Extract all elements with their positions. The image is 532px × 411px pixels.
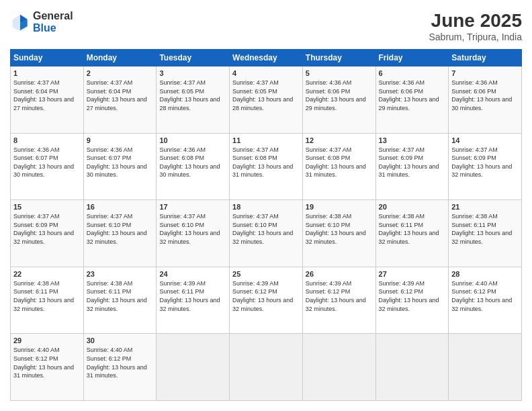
- day-cell: 10Sunrise: 4:36 AMSunset: 6:08 PMDayligh…: [157, 133, 230, 200]
- day-cell: 18Sunrise: 4:37 AMSunset: 6:10 PMDayligh…: [230, 200, 303, 267]
- day-cell: 16Sunrise: 4:37 AMSunset: 6:10 PMDayligh…: [83, 200, 157, 267]
- week-row-2: 8Sunrise: 4:36 AMSunset: 6:07 PMDaylight…: [11, 133, 522, 200]
- day-cell: 8Sunrise: 4:36 AMSunset: 6:07 PMDaylight…: [11, 133, 84, 200]
- day-number: 9: [87, 136, 154, 144]
- col-wednesday: Wednesday: [230, 50, 303, 66]
- day-number: 13: [379, 136, 446, 144]
- day-cell: [157, 334, 230, 401]
- calendar-body: 1Sunrise: 4:37 AMSunset: 6:04 PMDaylight…: [11, 66, 522, 401]
- week-row-3: 15Sunrise: 4:37 AMSunset: 6:09 PMDayligh…: [11, 200, 522, 267]
- day-info: Sunrise: 4:37 AMSunset: 6:09 PMDaylight:…: [451, 146, 519, 179]
- day-cell: 19Sunrise: 4:38 AMSunset: 6:10 PMDayligh…: [302, 200, 375, 267]
- day-info: Sunrise: 4:37 AMSunset: 6:09 PMDaylight:…: [379, 146, 446, 179]
- day-cell: 1Sunrise: 4:37 AMSunset: 6:04 PMDaylight…: [11, 66, 84, 134]
- day-number: 2: [87, 69, 154, 77]
- col-monday: Monday: [83, 50, 157, 66]
- day-cell: 28Sunrise: 4:40 AMSunset: 6:12 PMDayligh…: [449, 267, 522, 334]
- day-number: 28: [451, 270, 519, 278]
- day-number: 15: [13, 203, 81, 211]
- day-info: Sunrise: 4:39 AMSunset: 6:12 PMDaylight:…: [306, 279, 373, 313]
- day-cell: 13Sunrise: 4:37 AMSunset: 6:09 PMDayligh…: [375, 133, 449, 200]
- day-cell: 12Sunrise: 4:37 AMSunset: 6:08 PMDayligh…: [302, 133, 375, 200]
- location: Sabrum, Tripura, India: [429, 32, 522, 42]
- day-info: Sunrise: 4:37 AMSunset: 6:10 PMDaylight:…: [159, 212, 226, 246]
- day-info: Sunrise: 4:36 AMSunset: 6:06 PMDaylight:…: [306, 79, 373, 112]
- day-info: Sunrise: 4:39 AMSunset: 6:12 PMDaylight:…: [379, 279, 446, 313]
- day-cell: 22Sunrise: 4:38 AMSunset: 6:11 PMDayligh…: [11, 267, 84, 334]
- day-cell: [449, 334, 522, 401]
- logo-blue-text: Blue: [33, 22, 73, 34]
- day-info: Sunrise: 4:37 AMSunset: 6:08 PMDaylight:…: [306, 146, 373, 179]
- day-number: 22: [13, 270, 81, 278]
- title-block: June 2025 Sabrum, Tripura, India: [429, 10, 522, 42]
- day-cell: 26Sunrise: 4:39 AMSunset: 6:12 PMDayligh…: [302, 267, 375, 334]
- day-info: Sunrise: 4:36 AMSunset: 6:06 PMDaylight:…: [451, 79, 519, 112]
- day-number: 17: [159, 203, 226, 211]
- day-info: Sunrise: 4:37 AMSunset: 6:05 PMDaylight:…: [159, 79, 226, 112]
- day-cell: 29Sunrise: 4:40 AMSunset: 6:12 PMDayligh…: [11, 334, 84, 401]
- day-info: Sunrise: 4:40 AMSunset: 6:12 PMDaylight:…: [87, 346, 154, 379]
- col-tuesday: Tuesday: [157, 50, 230, 66]
- header-row: Sunday Monday Tuesday Wednesday Thursday…: [11, 50, 522, 66]
- day-info: Sunrise: 4:38 AMSunset: 6:10 PMDaylight:…: [306, 212, 373, 246]
- week-row-4: 22Sunrise: 4:38 AMSunset: 6:11 PMDayligh…: [11, 267, 522, 334]
- week-row-1: 1Sunrise: 4:37 AMSunset: 6:04 PMDaylight…: [11, 66, 522, 134]
- day-cell: [375, 334, 449, 401]
- day-info: Sunrise: 4:39 AMSunset: 6:12 PMDaylight:…: [232, 279, 300, 313]
- day-number: 7: [451, 69, 519, 77]
- day-cell: 6Sunrise: 4:36 AMSunset: 6:06 PMDaylight…: [375, 66, 449, 134]
- header: General Blue June 2025 Sabrum, Tripura, …: [10, 10, 522, 42]
- col-friday: Friday: [375, 50, 449, 66]
- day-info: Sunrise: 4:38 AMSunset: 6:11 PMDaylight:…: [87, 279, 154, 313]
- col-saturday: Saturday: [449, 50, 522, 66]
- day-number: 8: [13, 136, 81, 144]
- day-cell: 3Sunrise: 4:37 AMSunset: 6:05 PMDaylight…: [157, 66, 230, 134]
- day-cell: 9Sunrise: 4:36 AMSunset: 6:07 PMDaylight…: [83, 133, 157, 200]
- day-cell: 2Sunrise: 4:37 AMSunset: 6:04 PMDaylight…: [83, 66, 157, 134]
- day-number: 20: [379, 203, 446, 211]
- day-number: 16: [87, 203, 154, 211]
- day-info: Sunrise: 4:36 AMSunset: 6:07 PMDaylight:…: [87, 146, 154, 179]
- day-number: 14: [451, 136, 519, 144]
- day-number: 30: [87, 336, 154, 345]
- logo-icon: [10, 12, 30, 32]
- day-info: Sunrise: 4:40 AMSunset: 6:12 PMDaylight:…: [13, 346, 81, 379]
- day-number: 24: [159, 270, 226, 278]
- day-info: Sunrise: 4:36 AMSunset: 6:08 PMDaylight:…: [159, 146, 226, 179]
- day-cell: 30Sunrise: 4:40 AMSunset: 6:12 PMDayligh…: [83, 334, 157, 401]
- day-number: 21: [451, 203, 519, 211]
- day-cell: 17Sunrise: 4:37 AMSunset: 6:10 PMDayligh…: [157, 200, 230, 267]
- day-cell: 20Sunrise: 4:38 AMSunset: 6:11 PMDayligh…: [375, 200, 449, 267]
- day-number: 12: [306, 136, 373, 144]
- day-number: 6: [379, 69, 446, 77]
- day-info: Sunrise: 4:37 AMSunset: 6:09 PMDaylight:…: [13, 212, 81, 246]
- day-info: Sunrise: 4:38 AMSunset: 6:11 PMDaylight:…: [451, 212, 519, 246]
- day-info: Sunrise: 4:36 AMSunset: 6:07 PMDaylight:…: [13, 146, 81, 179]
- day-number: 26: [306, 270, 373, 278]
- day-number: 4: [232, 69, 300, 77]
- day-info: Sunrise: 4:38 AMSunset: 6:11 PMDaylight:…: [13, 279, 81, 313]
- day-number: 18: [232, 203, 300, 211]
- page: General Blue June 2025 Sabrum, Tripura, …: [0, 0, 532, 411]
- col-thursday: Thursday: [302, 50, 375, 66]
- day-number: 19: [306, 203, 373, 211]
- day-cell: 5Sunrise: 4:36 AMSunset: 6:06 PMDaylight…: [302, 66, 375, 134]
- day-cell: 11Sunrise: 4:37 AMSunset: 6:08 PMDayligh…: [230, 133, 303, 200]
- month-title: June 2025: [429, 10, 522, 32]
- day-number: 1: [13, 69, 81, 77]
- day-cell: 25Sunrise: 4:39 AMSunset: 6:12 PMDayligh…: [230, 267, 303, 334]
- day-number: 25: [232, 270, 300, 278]
- day-info: Sunrise: 4:37 AMSunset: 6:05 PMDaylight:…: [232, 79, 300, 112]
- day-number: 29: [13, 336, 81, 345]
- logo-general-text: General: [33, 10, 73, 22]
- day-cell: 24Sunrise: 4:39 AMSunset: 6:11 PMDayligh…: [157, 267, 230, 334]
- calendar-header: Sunday Monday Tuesday Wednesday Thursday…: [11, 50, 522, 66]
- day-info: Sunrise: 4:38 AMSunset: 6:11 PMDaylight:…: [379, 212, 446, 246]
- day-info: Sunrise: 4:37 AMSunset: 6:04 PMDaylight:…: [13, 79, 81, 112]
- day-cell: [230, 334, 303, 401]
- day-cell: 14Sunrise: 4:37 AMSunset: 6:09 PMDayligh…: [449, 133, 522, 200]
- logo: General Blue: [10, 10, 73, 34]
- day-info: Sunrise: 4:39 AMSunset: 6:11 PMDaylight:…: [159, 279, 226, 313]
- day-cell: 23Sunrise: 4:38 AMSunset: 6:11 PMDayligh…: [83, 267, 157, 334]
- calendar-table: Sunday Monday Tuesday Wednesday Thursday…: [10, 49, 522, 401]
